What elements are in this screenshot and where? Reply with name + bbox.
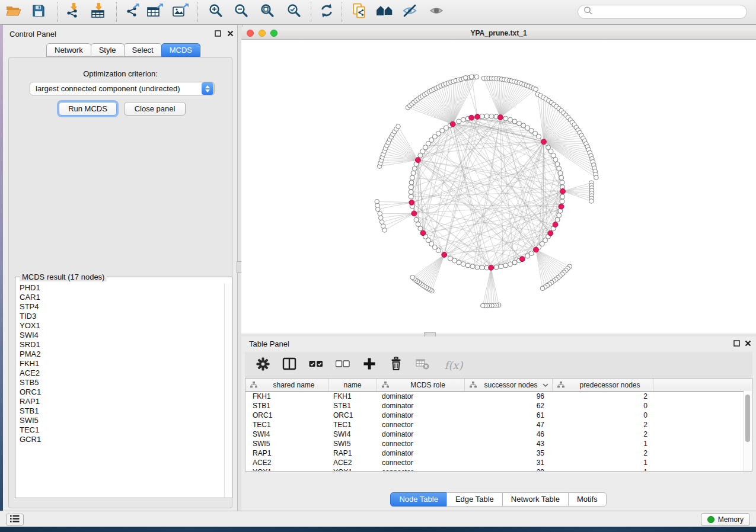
mcds-result-item[interactable]: FKH1 — [20, 359, 225, 368]
add-column-button[interactable] — [361, 357, 378, 373]
import-table-icon — [90, 3, 107, 21]
mcds-result-item[interactable]: ORC1 — [20, 387, 225, 397]
mcds-result-item[interactable]: GCR1 — [20, 435, 225, 444]
column-header-predecessor-nodes[interactable]: predecessor nodes — [553, 379, 653, 391]
function-builder-button[interactable]: f(x) — [441, 357, 466, 373]
close-table-panel-button[interactable] — [744, 339, 751, 347]
task-history-button[interactable] — [6, 514, 24, 525]
show-details-button[interactable] — [426, 1, 448, 23]
mcds-result-item[interactable]: PMA2 — [20, 350, 225, 359]
cell: SWI5 — [245, 440, 328, 448]
tab-motifs[interactable]: Motifs — [568, 492, 607, 507]
deselect-all-button[interactable] — [334, 357, 351, 373]
zoom-in-button[interactable] — [205, 1, 227, 23]
save-session-button[interactable] — [28, 1, 49, 23]
close-panel-button-mcds[interactable]: Close panel — [124, 102, 186, 116]
search-field[interactable] — [578, 5, 747, 19]
table-toolbar: f(x) — [245, 352, 752, 378]
tab-style[interactable]: Style — [91, 43, 125, 57]
zoom-fit-button[interactable] — [257, 1, 278, 23]
node-table[interactable]: shared namenameMCDS rolesuccessor nodesp… — [245, 378, 752, 472]
tab-network-table[interactable]: Network Table — [502, 492, 569, 507]
column-header-successor-nodes[interactable]: successor nodes — [465, 379, 553, 391]
cell: SWI4 — [245, 430, 328, 438]
cell: ACE2 — [245, 459, 328, 467]
network-graph[interactable] — [241, 39, 756, 334]
mcds-result-item[interactable]: PHD1 — [20, 283, 225, 293]
table-row[interactable]: SWI4SWI4dominator462 — [245, 430, 752, 439]
tab-select[interactable]: Select — [124, 43, 162, 57]
table-settings-button[interactable] — [254, 357, 271, 373]
column-header-name[interactable]: name — [328, 379, 377, 391]
mcds-result-item[interactable]: SWI4 — [20, 331, 225, 340]
memory-button[interactable]: Memory — [701, 513, 750, 526]
mcds-result-item[interactable]: YOX1 — [20, 321, 225, 331]
import-network-button[interactable] — [63, 1, 84, 23]
tab-mcds[interactable]: MCDS — [161, 43, 200, 57]
show-columns-button[interactable] — [281, 357, 298, 373]
hide-details-button[interactable] — [400, 1, 421, 23]
network-window-title: YPA_prune.txt_1 — [241, 29, 756, 37]
column-header-shared-name[interactable]: shared name — [245, 379, 328, 391]
zoom-selected-button[interactable] — [283, 1, 305, 23]
network-titlebar[interactable]: YPA_prune.txt_1 — [241, 27, 756, 40]
mcds-list-scrollbar[interactable] — [224, 283, 231, 497]
zoom-out-icon — [234, 3, 249, 21]
export-image-button[interactable] — [170, 1, 192, 23]
cell: STB1 — [245, 402, 328, 410]
select-all-button[interactable] — [308, 357, 324, 373]
table-row[interactable]: ORC1ORC1dominator610 — [245, 411, 752, 420]
delete-column-button[interactable] — [388, 357, 404, 373]
table-row[interactable]: ACE2ACE2connector311 — [245, 458, 752, 467]
table-row[interactable]: FKH1FKH1dominator962 — [245, 392, 752, 401]
open-file-button[interactable] — [2, 1, 24, 23]
mcds-result-item[interactable]: SWI5 — [20, 416, 225, 425]
search-input[interactable] — [596, 7, 747, 17]
mcds-result-item[interactable]: STB5 — [20, 378, 225, 387]
mcds-result-item[interactable]: TEC1 — [20, 425, 225, 435]
column-header-MCDS-role[interactable]: MCDS role — [377, 379, 465, 391]
mcds-result-item[interactable]: CAR1 — [20, 293, 225, 302]
mcds-result-item[interactable]: RAP1 — [20, 397, 225, 406]
mcds-result-item[interactable]: TID3 — [20, 312, 225, 321]
table-scrollbar[interactable] — [744, 391, 752, 471]
status-bar: Memory — [0, 511, 756, 527]
copy-network-style-button[interactable] — [349, 1, 371, 23]
refresh-view-button[interactable] — [316, 1, 337, 23]
scrollbar-thumb[interactable] — [745, 395, 750, 442]
mcds-result-item[interactable]: ACE2 — [20, 368, 225, 378]
criterion-dropdown[interactable]: largest connected component (undirected) — [30, 82, 215, 95]
table-row[interactable]: TEC1TEC1connector472 — [245, 420, 752, 430]
table-tabs: Node TableEdge TableNetwork TableMotifs — [241, 492, 756, 507]
tab-node-table[interactable]: Node Table — [390, 492, 447, 507]
close-panel-button[interactable] — [227, 30, 234, 37]
first-neighbors-button[interactable] — [374, 1, 395, 23]
tab-network[interactable]: Network — [46, 43, 91, 57]
gear-icon — [256, 357, 270, 373]
mcds-result-list[interactable]: PHD1CAR1STP4TID3YOX1SWI4SRD1PMA2FKH1ACE2… — [16, 283, 225, 497]
table-row[interactable]: RAP1RAP1dominator352 — [245, 448, 752, 458]
tab-edge-table[interactable]: Edge Table — [446, 492, 503, 507]
save-icon — [31, 4, 46, 20]
float-panel-button[interactable] — [214, 30, 221, 37]
float-table-panel-button[interactable] — [733, 339, 740, 347]
network-canvas[interactable] — [241, 39, 756, 334]
cell: connector — [377, 459, 465, 467]
run-mcds-button[interactable]: Run MCDS — [59, 102, 117, 116]
cell: dominator — [377, 449, 465, 457]
delete-table-button[interactable] — [414, 357, 431, 373]
mcds-result-item[interactable]: STB1 — [20, 406, 225, 416]
mcds-result-item[interactable]: STP4 — [20, 302, 225, 312]
main-toolbar — [0, 0, 756, 25]
table-row[interactable]: STB1STB1dominator620 — [245, 401, 752, 411]
export-table-button[interactable] — [145, 1, 166, 23]
copy-style-icon — [352, 3, 368, 21]
table-row[interactable]: SWI5SWI5connector431 — [245, 439, 752, 448]
export-network-button[interactable] — [123, 1, 144, 23]
zoom-out-button[interactable] — [231, 1, 252, 23]
table-panel: Table Panel f(x) shared namenameMCDS rol… — [241, 336, 756, 511]
table-row[interactable]: YOX1YOX1connector291 — [245, 467, 752, 472]
import-table-button[interactable] — [88, 1, 109, 23]
mcds-result-item[interactable]: SRD1 — [20, 340, 225, 350]
cell: connector — [377, 421, 465, 429]
